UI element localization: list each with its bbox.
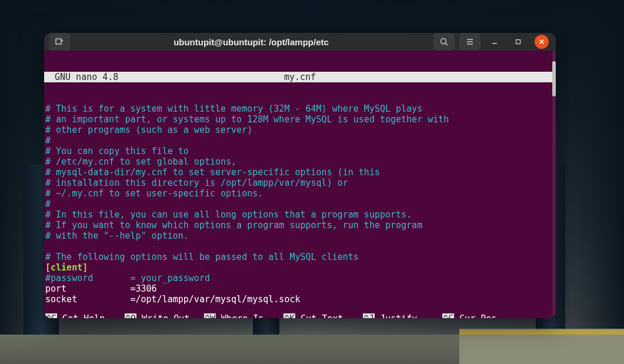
file-line: # ~/.my.cnf to set user-specific options… (45, 188, 551, 199)
svg-point-1 (441, 39, 446, 44)
nano-version: GNU nano 4.8 (45, 72, 118, 82)
shortcut-label: Justify (375, 313, 417, 318)
shortcut-key: ^K (283, 313, 295, 318)
shortcut-label: Where Is (216, 313, 263, 318)
shortcut-label: Write Out (136, 313, 189, 318)
nano-shortcut: ^C Cur Pos (442, 313, 522, 318)
file-line: # The following options will be passed t… (45, 252, 551, 262)
svg-line-2 (446, 44, 448, 46)
file-line: # an important part, or systems up to 12… (45, 114, 551, 125)
bg-platform-edge (459, 330, 624, 335)
nano-shortcut: ^J Justify (363, 313, 442, 318)
shortcut-label: Cut Text (295, 313, 343, 318)
new-tab-icon (55, 37, 64, 46)
window-title: ubuntupit@ubuntupit: /opt/lampp/etc (72, 37, 430, 47)
terminal-content[interactable]: GNU nano 4.8 my.cnf # This is for a syst… (44, 51, 552, 318)
titlebar: ubuntupit@ubuntupit: /opt/lampp/etc (44, 33, 556, 51)
close-icon (539, 39, 545, 45)
search-button[interactable] (433, 33, 455, 51)
shortcut-key: ^J (363, 313, 375, 318)
file-line: # other programs (such as a web server) (45, 125, 551, 135)
new-tab-button[interactable] (49, 33, 70, 51)
scrollbar[interactable] (552, 51, 556, 318)
shortcut-label: Get Help (57, 313, 105, 318)
hamburger-icon (465, 37, 475, 46)
maximize-icon (515, 39, 521, 45)
nano-header: GNU nano 4.8 my.cnf (44, 72, 552, 82)
close-button[interactable] (535, 35, 549, 49)
search-icon (439, 37, 449, 46)
svg-rect-0 (56, 39, 61, 44)
terminal-body[interactable]: GNU nano 4.8 my.cnf # This is for a syst… (44, 51, 556, 318)
file-line: # with the "--help" option. (45, 231, 551, 241)
nano-shortcuts-row: ^G Get Help^O Write Out^W Where Is^K Cut… (45, 313, 551, 318)
file-line: #password = your_password (45, 273, 551, 283)
file-line: # You can copy this file to (45, 146, 551, 156)
shortcut-key: ^O (125, 313, 136, 318)
file-content: # This is for a system with little memor… (44, 103, 552, 305)
scrollbar-thumb[interactable] (552, 61, 556, 96)
file-line: # This is for a system with little memor… (45, 103, 551, 114)
minimize-button[interactable] (488, 35, 502, 49)
nano-shortcut: ^O Write Out (125, 313, 204, 318)
terminal-window: ubuntupit@ubuntupit: /opt/lampp/etc (44, 33, 556, 318)
file-line: # installation this directory is /opt/la… (45, 178, 551, 188)
nano-filename: my.cnf (44, 72, 556, 82)
minimize-icon (492, 39, 498, 45)
file-line: [client] (45, 262, 551, 273)
nano-shortcut: ^G Get Help (45, 313, 125, 318)
nano-shortcuts: ^G Get Help^O Write Out^W Where Is^K Cut… (44, 292, 552, 318)
menu-button[interactable] (459, 33, 480, 51)
file-line (45, 241, 551, 252)
maximize-button[interactable] (511, 35, 525, 49)
file-line: # /etc/my.cnf to set global options, (45, 156, 551, 167)
shortcut-key: ^C (442, 313, 454, 318)
file-line: # mysql-data-dir/my.cnf to set server-sp… (45, 167, 551, 178)
nano-shortcut: ^W Where Is (204, 313, 283, 318)
file-line: # If you want to know which options a pr… (45, 220, 551, 231)
shortcut-key: ^W (204, 313, 216, 318)
nano-shortcut: ^K Cut Text (283, 313, 363, 318)
svg-rect-7 (516, 40, 520, 44)
file-line: # (45, 135, 551, 146)
file-line: # (45, 199, 551, 209)
file-line: # In this file, you can use all long opt… (45, 209, 551, 220)
shortcut-label: Cur Pos (454, 313, 496, 318)
